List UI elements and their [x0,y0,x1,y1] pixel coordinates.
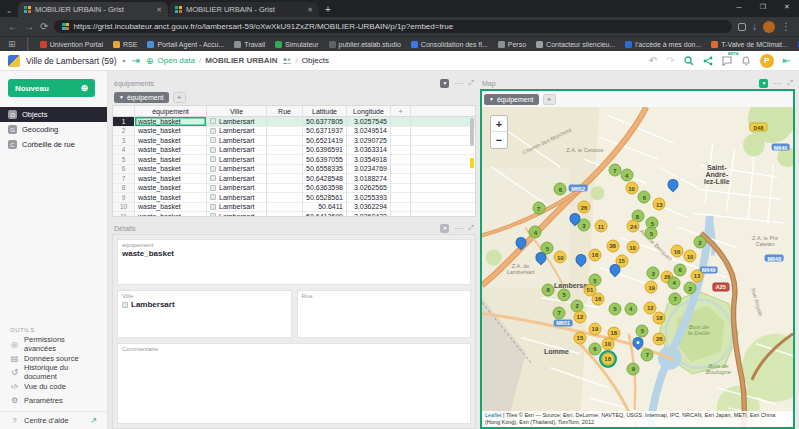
table-row[interactable]: 11waste_basketLambersart50.64136993.0360… [113,212,475,217]
column-header-latitude[interactable]: Latitude [303,106,347,117]
map-marker[interactable]: 12 [573,310,586,323]
map-marker[interactable]: 2 [684,282,697,295]
table-row[interactable]: 3waste_basketLambersart50.65214193.02907… [113,136,475,146]
browser-tab-inactive[interactable]: MOBILIER URBAIN - Grist ✕ [169,2,319,17]
tab-close-icon[interactable]: ✕ [307,6,313,14]
cell-longitude[interactable]: 3.0255393 [347,193,391,203]
cell-latitude[interactable]: 50.6411 [303,203,347,213]
bookmark-item[interactable]: publier.etalab.studio [329,41,401,48]
map-marker[interactable]: 38 [606,239,619,252]
cell-plus[interactable] [391,155,411,165]
cell-rue[interactable] [267,193,303,203]
map-marker[interactable]: 10 [625,182,638,195]
add-new-button[interactable]: Nouveau ⊕ [8,79,95,97]
apps-grid-icon[interactable]: ⊞ [8,39,16,49]
map-marker[interactable]: 5 [608,302,621,315]
cell-plus[interactable] [391,127,411,137]
row-number[interactable]: 5 [113,155,135,165]
sidebar-page-corbeille-de-rue[interactable]: CCorbeille de rue [0,137,107,152]
cell-longitude[interactable]: 3.0249514 [347,127,391,137]
menu-kebab-icon[interactable]: ⋮ [781,22,791,32]
table-row[interactable]: 9waste_basketLambersart50.65285613.02553… [113,193,475,203]
column-header-rue[interactable]: Rue [267,106,303,117]
cell-plus[interactable] [391,146,411,156]
widget-menu-icon[interactable]: ⋯ [773,79,782,88]
cell-plus[interactable] [391,165,411,175]
expand-widget-icon[interactable]: ⤢ [787,79,793,87]
cell-ville[interactable]: Lambersart [207,165,267,175]
bookmark-item[interactable]: T-Valve de MClimat... [711,41,787,48]
field-equipement[interactable]: équipement waste_basket [117,239,471,285]
tool-item-historique-du-document[interactable]: ↺Historique du document [0,365,107,379]
map-marker[interactable]: 24 [627,220,640,233]
map-marker[interactable]: 15 [573,331,586,344]
sidebar-page-geocoding[interactable]: GGeocoding [0,122,107,137]
table-row[interactable]: 7waste_basketLambersart50.64285483.01882… [113,174,475,184]
cell-longitude[interactable]: 3.0290725 [347,136,391,146]
cell-rue[interactable] [267,203,303,213]
cell-plus[interactable] [391,212,411,217]
map-marker-selected[interactable]: 18 [601,352,614,365]
row-filler[interactable] [411,203,475,213]
org-switcher[interactable]: Ville de Lambersart (59) [26,56,117,66]
map-marker[interactable]: 4 [620,169,633,182]
table-row[interactable]: 6waste_basketLambersart50.65583353.02347… [113,165,475,175]
window-minimize-button[interactable]: ─ [727,0,751,14]
row-filler[interactable] [411,146,475,156]
cell-ville[interactable]: Lambersart [207,117,267,127]
back-icon[interactable]: ← [8,22,18,32]
map-marker[interactable]: 26 [653,332,666,345]
row-filler[interactable] [411,212,475,217]
map-marker[interactable]: 13 [690,269,703,282]
map-marker[interactable]: 2 [647,267,660,280]
map-marker[interactable]: 26 [578,201,591,214]
map-marker[interactable]: 5 [636,324,649,337]
map-marker[interactable]: 6 [588,342,601,355]
column-header-longitude[interactable]: Longitude [347,106,391,117]
browser-tab-active[interactable]: MOBILIER URBAIN - Grist ✕ [18,2,168,17]
map-marker[interactable]: 11 [594,220,607,233]
cell-latitude[interactable]: 50.6521419 [303,136,347,146]
bookmark-item[interactable]: Portail Agent - Accu... [147,41,224,48]
side-panel-icon[interactable] [738,23,746,31]
map-marker[interactable]: 7 [553,306,566,319]
cell-equipement[interactable]: waste_basket [135,117,207,127]
cell-longitude[interactable]: 3.0234769 [347,165,391,175]
tool-item-vue-du-code[interactable]: ‹/›Vue du code [0,379,107,393]
cell-equipement[interactable]: waste_basket [135,136,207,146]
add-column-button[interactable]: + [391,106,411,117]
browser-avatar[interactable] [763,21,775,33]
zoom-out-button[interactable]: − [491,132,507,148]
cell-longitude[interactable]: 3.0188274 [347,174,391,184]
row-number[interactable]: 10 [113,203,135,213]
table-row[interactable]: 2waste_basketLambersart50.63719373.02495… [113,127,475,137]
table-row[interactable]: 8waste_basketLambersart50.63635983.02625… [113,184,475,194]
sidebar-page-objects[interactable]: OObjects [0,107,107,122]
table-row[interactable]: 5waste_basketLambersart50.63970553.03549… [113,155,475,165]
window-maximize-button[interactable]: ❐ [751,0,775,14]
cell-latitude[interactable]: 50.6413699 [303,212,347,217]
cell-ville[interactable]: Lambersart [207,146,267,156]
breadcrumb-page[interactable]: Objects [302,56,329,65]
cell-plus[interactable] [391,117,411,127]
cell-longitude[interactable]: 3.0354918 [347,155,391,165]
zoom-in-button[interactable]: + [491,116,507,132]
map-widget-title[interactable]: Map [482,80,496,87]
cell-plus[interactable] [391,184,411,194]
row-number[interactable]: 2 [113,127,135,137]
row-filler[interactable] [411,127,475,137]
cell-ville[interactable]: Lambersart [207,212,267,217]
cell-rue[interactable] [267,127,303,137]
cell-rue[interactable] [267,146,303,156]
table-row[interactable]: 10waste_basketLambersart50.64113.0362294 [113,203,475,213]
cell-rue[interactable] [267,165,303,175]
table-scrollbar[interactable] [470,118,474,146]
add-filter-button[interactable]: + [543,94,556,105]
map-marker[interactable]: 6 [674,263,687,276]
filter-chip-equipement[interactable]: ▼équipement [484,94,539,105]
cell-ville[interactable]: Lambersart [207,155,267,165]
search-icon[interactable] [684,56,694,66]
column-header-ville[interactable]: Ville [207,106,267,117]
cell-equipement[interactable]: waste_basket [135,184,207,194]
add-filter-button[interactable]: + [173,92,186,103]
